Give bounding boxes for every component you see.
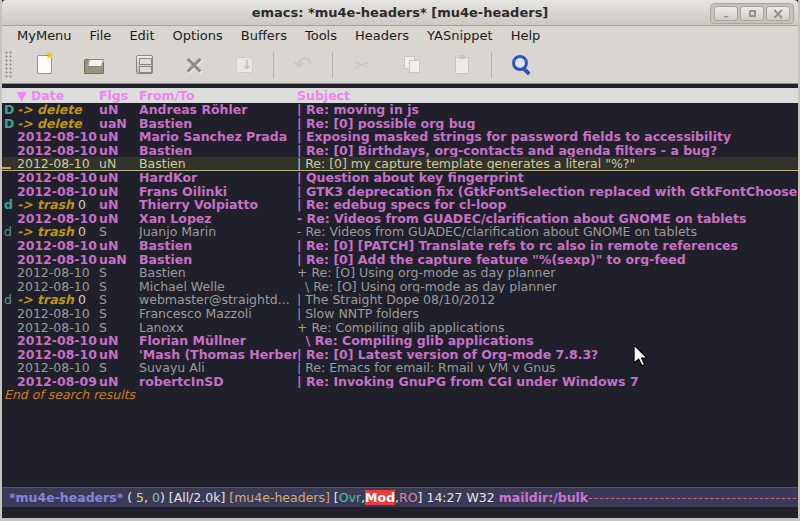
from-cell: Bastien: [139, 117, 297, 131]
mark-char: d: [2, 198, 17, 212]
echo-area[interactable]: [2, 507, 798, 518]
emacs-window: emacs: *mu4e-headers* [mu4e-headers] – ×…: [0, 0, 800, 521]
mark-char: [2, 130, 17, 144]
file-cabinet-button[interactable]: [126, 50, 162, 80]
mark-char: [2, 212, 17, 226]
menu-edit[interactable]: Edit: [120, 26, 163, 46]
point-cursor: [2, 167, 11, 169]
column-header-date[interactable]: ▼ Date: [17, 88, 99, 103]
table-row[interactable]: 2012-08-10uNXan Lopez- Re: Videos from G…: [2, 212, 798, 226]
titlebar[interactable]: emacs: *mu4e-headers* [mu4e-headers] – ×: [2, 0, 798, 26]
from-cell: robertcInSD: [139, 375, 297, 389]
column-header-flags[interactable]: Flgs: [99, 88, 139, 103]
flags-cell: S: [99, 361, 139, 375]
subject-text: Re: [0] Latest version of Org-mode 7.8.3…: [306, 348, 598, 362]
close-button[interactable]: ×: [766, 6, 790, 21]
table-row[interactable]: 2012-08-10uNFrans Oilinki| GTK3 deprecat…: [2, 185, 798, 199]
table-row[interactable]: D-> deleteuNAndreas Röhler| Re: moving i…: [2, 103, 798, 117]
subject-cell: | Re: [0] [PATCH] Translate refs to rc a…: [297, 239, 798, 253]
flags-cell: S: [99, 266, 139, 280]
column-header-from[interactable]: From/To: [139, 88, 297, 103]
mark-char: [2, 185, 17, 199]
from-cell: HardKor: [139, 171, 297, 185]
thread-indicator: |: [297, 293, 305, 307]
toolbar-separator: [491, 52, 492, 78]
mark-target-label: -> delete: [17, 117, 82, 131]
date-cell: -> trash 0: [17, 225, 99, 239]
date-cell: 2012-08-10: [17, 212, 99, 226]
table-row[interactable]: 2012-08-10uNBastien| Re: [0] [PATCH] Tra…: [2, 239, 798, 253]
modeline-segment-plain: ): [160, 490, 169, 505]
date-cell: 2012-08-09: [17, 375, 99, 389]
mark-target-label: -> delete: [17, 103, 82, 117]
mark-char: d: [2, 225, 17, 239]
subject-text: Re: edebug specs for cl-loop: [306, 198, 506, 212]
table-row[interactable]: d-> trash 0Swebmaster@straightd...| The …: [2, 293, 798, 307]
table-row[interactable]: 2012-08-10uaNBastien| Re: [0] Add the ca…: [2, 253, 798, 267]
flags-cell: S: [99, 321, 139, 335]
flags-cell: uN: [99, 103, 139, 117]
open-folder-button[interactable]: [76, 50, 112, 80]
copy-button: [394, 50, 430, 80]
mark-char: [2, 144, 17, 158]
table-row[interactable]: 2012-08-10SSuvayu Ali| Re: Emacs for ema…: [2, 361, 798, 375]
from-cell: Mario Sanchez Prada: [139, 130, 297, 144]
menu-options[interactable]: Options: [164, 26, 232, 46]
menu-yasnippet[interactable]: YASnippet: [418, 26, 502, 46]
menu-help[interactable]: Help: [502, 26, 550, 46]
subject-cell: + Re: [O] Using org-mode as day planner: [297, 266, 798, 280]
table-row[interactable]: 2012-08-10uNBastien| Re: [0] Birthdays, …: [2, 144, 798, 158]
from-cell: Bastien: [139, 253, 297, 267]
table-row[interactable]: 2012-08-10uNBastien| Re: [0] my capture …: [2, 157, 798, 171]
table-row[interactable]: 2012-08-10uNFlorian Müllner \ Re: Compil…: [2, 334, 798, 348]
menu-mymenu[interactable]: MyMenu: [8, 26, 81, 46]
table-row[interactable]: d-> trash 0SJuanjo Marin- Re: Videos fro…: [2, 225, 798, 239]
from-cell: Bastien: [139, 266, 297, 280]
search-icon: [511, 54, 532, 75]
date-cell: 2012-08-10: [17, 130, 99, 144]
subject-cell: | Re: Invoking GnuPG from CGI under Wind…: [297, 375, 798, 389]
date-cell: 2012-08-10: [17, 321, 99, 335]
thread-indicator: |: [297, 239, 306, 253]
table-row[interactable]: 2012-08-10uNHardKor| Question about key …: [2, 171, 798, 185]
table-row[interactable]: D-> deleteuaNBastien| Re: [0] possible o…: [2, 117, 798, 131]
cut-button: ✂: [344, 50, 380, 80]
close-buffer-button[interactable]: ×: [176, 50, 212, 80]
modeline-segment-folder: maildir:/bulk: [499, 490, 588, 505]
maximize-icon: [749, 10, 756, 17]
paste-icon: [455, 57, 469, 74]
subject-cell: | Question about key fingerprint: [297, 171, 798, 185]
paste-button: [444, 50, 480, 80]
table-row[interactable]: 2012-08-09uNrobertcInSD| Re: Invoking Gn…: [2, 375, 798, 389]
minimize-button[interactable]: –: [714, 6, 738, 21]
toolbar-grip-handle[interactable]: [5, 51, 13, 79]
table-row[interactable]: 2012-08-10uNMario Sanchez Prada| Exposin…: [2, 130, 798, 144]
thread-indicator: |: [297, 307, 305, 321]
mark-suffix: 0: [74, 225, 86, 239]
menu-buffers[interactable]: Buffers: [232, 26, 296, 46]
table-row[interactable]: d-> trash 0uNThierry Volpiatto| Re: edeb…: [2, 198, 798, 212]
close-buffer-icon: ×: [184, 56, 205, 74]
search-button[interactable]: [503, 50, 539, 80]
subject-text: Re: Emacs for email: Rmail v VM v Gnus: [305, 361, 555, 375]
table-row[interactable]: 2012-08-10SFrancesco Mazzoli| Slow NNTP …: [2, 307, 798, 321]
cut-icon: ✂: [354, 55, 370, 75]
thread-indicator: |: [297, 253, 306, 267]
column-header-subject[interactable]: Subject: [297, 88, 798, 103]
table-row[interactable]: 2012-08-10SMichael Welle \ Re: [O] Using…: [2, 280, 798, 294]
from-cell: 'Mash (Thomas Herbert): [139, 348, 297, 362]
menu-file[interactable]: File: [81, 26, 121, 46]
flags-cell: uN: [99, 334, 139, 348]
menu-tools[interactable]: Tools: [296, 26, 346, 46]
table-row[interactable]: 2012-08-10SBastien+ Re: [O] Using org-mo…: [2, 266, 798, 280]
from-cell: Francesco Mazzoli: [139, 307, 297, 321]
menu-headers[interactable]: Headers: [346, 26, 418, 46]
table-row[interactable]: 2012-08-10uN'Mash (Thomas Herbert)| Re: …: [2, 348, 798, 362]
date-cell: 2012-08-10: [17, 334, 99, 348]
table-row[interactable]: 2012-08-10SLanoxx+ Re: Compiling glib ap…: [2, 321, 798, 335]
date-cell: -> delete: [17, 117, 99, 131]
new-file-button[interactable]: [26, 50, 62, 80]
date-cell: 2012-08-10: [17, 266, 99, 280]
thread-indicator: |: [297, 117, 306, 131]
maximize-button[interactable]: [740, 6, 764, 21]
